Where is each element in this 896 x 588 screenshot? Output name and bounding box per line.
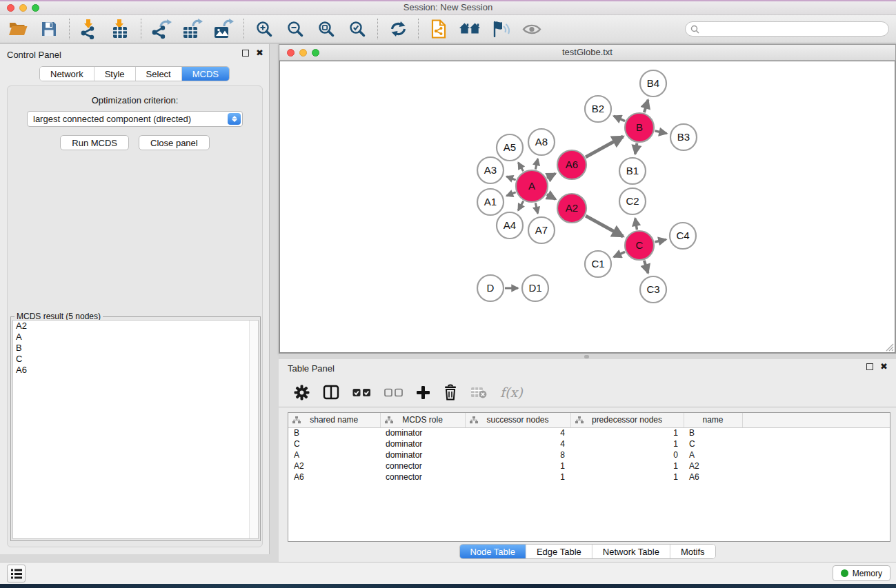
mcds-result-item[interactable]: A: [13, 332, 258, 343]
close-table-panel-icon[interactable]: ✖: [880, 363, 888, 370]
graph-node-C3[interactable]: C3: [640, 276, 666, 303]
table-cell[interactable]: A: [684, 449, 742, 460]
mcds-result-item[interactable]: B: [13, 343, 258, 354]
network-zoom-button[interactable]: [312, 49, 319, 57]
table-cell[interactable]: B: [684, 427, 742, 438]
graph-node-C1[interactable]: C1: [585, 251, 611, 277]
table-row[interactable]: Cdominator41C: [288, 438, 890, 449]
column-header-shared-name[interactable]: shared name: [288, 413, 380, 427]
resize-grip[interactable]: [885, 343, 894, 352]
table-cell[interactable]: B: [288, 427, 380, 438]
edge-A2-C[interactable]: [586, 216, 623, 236]
edge-B-B3[interactable]: [655, 131, 666, 134]
table-row[interactable]: A6connector11A6: [288, 472, 890, 483]
export-image-icon[interactable]: [212, 18, 235, 40]
network-canvas[interactable]: AA6A2BCA5A8A3A1A4A7B4B2B3B1C2C4C1C3DD1: [279, 61, 895, 353]
table-cell[interactable]: A6: [684, 472, 742, 483]
close-panel-icon[interactable]: ✖: [256, 50, 263, 57]
mcds-result-list[interactable]: A2ABCA6: [12, 320, 259, 539]
edge-A-A2[interactable]: [547, 194, 555, 199]
column-header-name[interactable]: name: [684, 413, 742, 427]
tab-select[interactable]: Select: [136, 67, 182, 81]
list-scrollbar[interactable]: [249, 321, 258, 538]
tab-style[interactable]: Style: [94, 67, 136, 81]
edge-B-B4[interactable]: [644, 100, 648, 112]
graph-node-B1[interactable]: B1: [619, 158, 646, 184]
export-network-icon[interactable]: [150, 18, 172, 40]
edge-A-A1[interactable]: [506, 192, 515, 196]
zoom-selected-icon[interactable]: [346, 18, 368, 40]
task-history-button[interactable]: [7, 565, 26, 582]
table-row[interactable]: A2connector11A2: [288, 460, 890, 472]
add-column-icon[interactable]: [416, 382, 430, 403]
table-cell[interactable]: A6: [288, 472, 380, 483]
graph-node-B3[interactable]: B3: [670, 124, 697, 150]
graph-node-D1[interactable]: D1: [522, 275, 548, 301]
table-cell[interactable]: 8: [465, 449, 570, 460]
float-table-panel-icon[interactable]: [866, 363, 873, 370]
table-cell[interactable]: connector: [380, 472, 465, 483]
table-cell[interactable]: C: [288, 438, 380, 449]
column-header-successor-nodes[interactable]: successor nodes: [465, 413, 570, 427]
search-field[interactable]: [685, 21, 889, 37]
table-tab-network-table[interactable]: Network Table: [593, 545, 670, 558]
refresh-icon[interactable]: [387, 18, 409, 40]
table-settings-gear-icon[interactable]: [294, 382, 310, 403]
column-browser-icon[interactable]: [323, 382, 339, 403]
graph-node-A7[interactable]: A7: [528, 217, 555, 243]
graph-node-A[interactable]: A: [516, 170, 548, 202]
table-cell[interactable]: 1: [465, 472, 570, 483]
edge-A-A6[interactable]: [547, 174, 555, 178]
column-header-MCDS-role[interactable]: MCDS role: [380, 413, 465, 427]
save-session-icon[interactable]: [38, 18, 60, 40]
graph-node-C[interactable]: C: [625, 231, 654, 260]
table-tab-edge-table[interactable]: Edge Table: [526, 545, 593, 558]
close-panel-button[interactable]: Close panel: [139, 135, 210, 150]
zoom-window-button[interactable]: [32, 4, 39, 12]
edge-C-C4[interactable]: [655, 239, 666, 242]
edge-A-A7[interactable]: [535, 203, 537, 213]
run-mcds-button[interactable]: Run MCDS: [60, 135, 129, 150]
graph-node-A1[interactable]: A1: [477, 189, 504, 215]
network-window-titlebar[interactable]: testGlobe.txt: [279, 45, 895, 61]
table-cell[interactable]: dominator: [380, 427, 465, 438]
table-cell[interactable]: connector: [380, 460, 465, 472]
mcds-result-item[interactable]: C: [13, 354, 258, 365]
edge-A-A8[interactable]: [535, 159, 537, 169]
import-table-icon[interactable]: [110, 18, 132, 40]
table-cell[interactable]: 4: [465, 427, 570, 438]
home-views-icon[interactable]: [459, 18, 481, 40]
network-close-button[interactable]: [287, 49, 295, 57]
delete-column-trash-icon[interactable]: [444, 382, 457, 403]
graph-node-A4[interactable]: A4: [497, 212, 523, 239]
close-window-button[interactable]: [7, 4, 14, 12]
table-cell[interactable]: 1: [570, 438, 684, 449]
open-file-icon[interactable]: [7, 18, 29, 40]
zoom-out-icon[interactable]: [284, 18, 306, 40]
criterion-select[interactable]: largest connected component (directed): [27, 111, 243, 127]
network-minimize-button[interactable]: [299, 49, 307, 57]
table-cell[interactable]: C: [684, 438, 742, 449]
table-cell[interactable]: 1: [570, 460, 684, 472]
table-tab-motifs[interactable]: Motifs: [670, 545, 715, 558]
tab-network[interactable]: Network: [40, 67, 94, 81]
table-tab-node-table[interactable]: Node Table: [459, 545, 526, 558]
edge-C-C2[interactable]: [635, 219, 637, 230]
zoom-fit-icon[interactable]: [315, 18, 337, 40]
table-cell[interactable]: 1: [570, 427, 684, 438]
edge-B-B1[interactable]: [635, 143, 637, 154]
edge-A-A3[interactable]: [506, 176, 515, 180]
graph-node-C2[interactable]: C2: [619, 188, 646, 214]
table-cell[interactable]: A2: [288, 460, 380, 472]
import-network-icon[interactable]: [79, 18, 101, 40]
search-input[interactable]: [702, 23, 888, 35]
graph-node-A5[interactable]: A5: [497, 134, 523, 161]
hide-graphics-details-icon[interactable]: [490, 18, 512, 40]
table-cell[interactable]: 4: [465, 438, 570, 449]
minimize-window-button[interactable]: [19, 4, 27, 12]
edge-A-A4[interactable]: [518, 201, 524, 210]
graph-node-C4[interactable]: C4: [670, 223, 696, 249]
column-header-predecessor-nodes[interactable]: predecessor nodes: [570, 413, 684, 427]
show-hide-eye-icon[interactable]: [521, 18, 543, 40]
memory-button[interactable]: Memory: [833, 565, 890, 581]
